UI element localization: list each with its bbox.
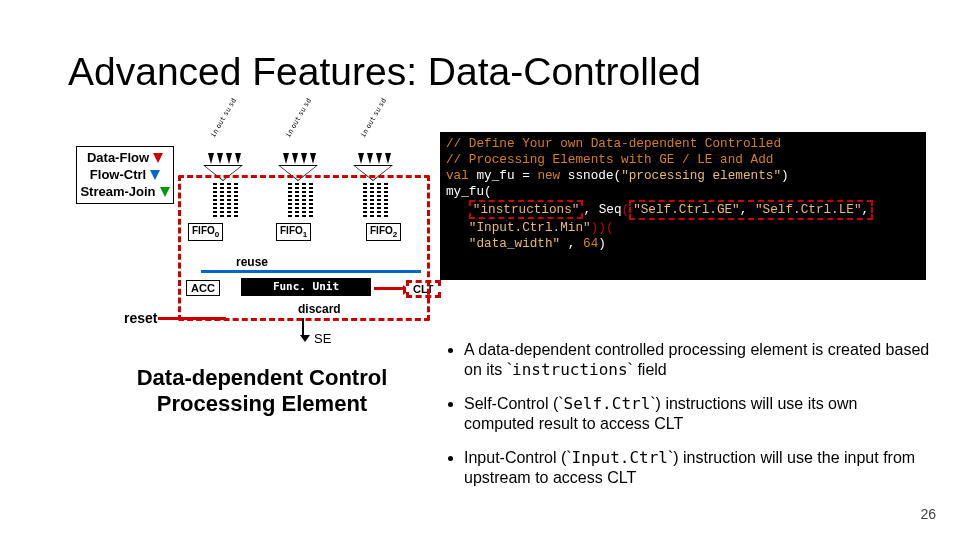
reset-label: reset <box>124 310 157 326</box>
pe-dashed-outline <box>178 175 430 321</box>
legend-data-flow: Data-Flow <box>87 149 149 166</box>
input-labels-1: inoutsusd <box>284 97 313 139</box>
slide-title: Advanced Features: Data-Controlled <box>68 50 701 94</box>
bullets: A data-dependent controlled processing e… <box>446 340 932 502</box>
legend-flow-ctrl: Flow-Ctrl <box>90 166 146 183</box>
bullet-3: Input-Control (`Input.Ctrl`) instruction… <box>464 448 932 488</box>
slide-number: 26 <box>920 506 936 522</box>
legend-box: Data-Flow Flow-Ctrl Stream-Join <box>76 146 174 204</box>
instructions-key-highlight: "instructions" <box>469 200 584 219</box>
diagram-panel: Data-Flow Flow-Ctrl Stream-Join inoutsus… <box>62 135 428 415</box>
arrow-green-icon <box>160 187 170 197</box>
bullet-1: A data-dependent controlled processing e… <box>464 340 932 380</box>
input-labels-2: inoutsusd <box>359 97 388 139</box>
instr-seq-highlight: "Self.Ctrl.GE", "Self.Ctrl.LE", <box>629 200 873 220</box>
legend-stream-join: Stream-Join <box>80 183 155 200</box>
arrow-red-icon <box>153 153 163 163</box>
down-arrows-0 <box>208 153 241 164</box>
down-arrows-2 <box>358 153 391 164</box>
down-arrows-1 <box>283 153 316 164</box>
code-box: // Define Your own Data-dependent Contro… <box>440 132 926 280</box>
arrow-blue-icon <box>150 170 160 180</box>
input-labels-0: inoutsusd <box>209 97 238 139</box>
bullet-2: Self-Control (`Self.Ctrl`) instructions … <box>464 394 932 434</box>
diagram-caption: Data-dependent Control Processing Elemen… <box>122 365 402 417</box>
se-label: SE <box>314 331 331 346</box>
